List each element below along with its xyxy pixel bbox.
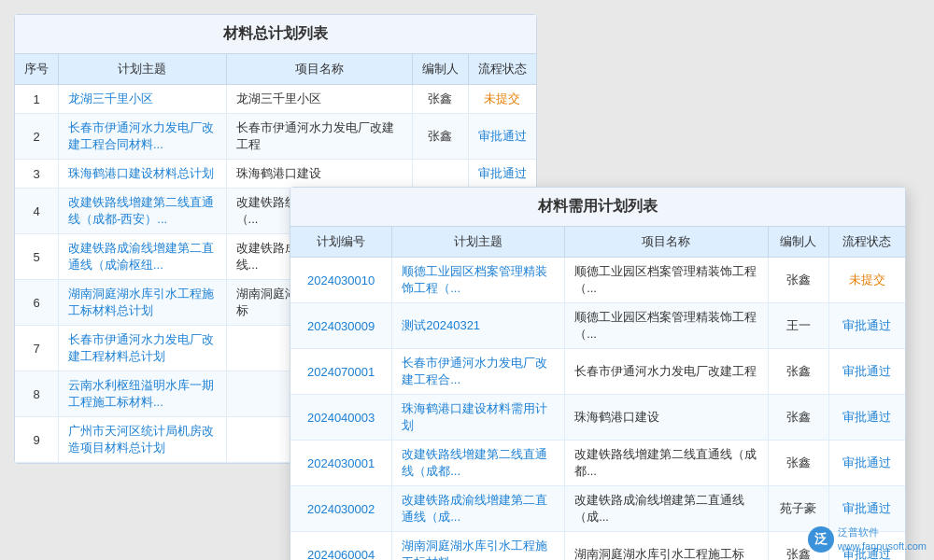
cell-editor: 张鑫 <box>412 114 468 160</box>
cell-project: 顺德工业园区档案管理精装饰工程（... <box>565 303 769 349</box>
cell-plan[interactable]: 湖南洞庭湖水库引水工程施工标材料... <box>392 532 565 561</box>
cell-code: 2024040003 <box>290 395 392 441</box>
cell-project: 珠海鹤港口建设 <box>226 160 412 189</box>
cell-editor: 苑子豪 <box>768 486 828 532</box>
cell-seq: 4 <box>15 189 59 234</box>
cell-status: 审批通过 <box>828 395 905 441</box>
th2-code: 计划编号 <box>290 227 392 258</box>
cell-status: 未提交 <box>828 258 905 303</box>
cell-status: 审批通过 <box>828 486 905 532</box>
cell-editor: 张鑫 <box>768 395 828 441</box>
cell-code: 2024030010 <box>290 258 392 303</box>
watermark: 泛 泛普软件 www.fanpusoft.com <box>808 525 927 553</box>
demand-plan-table: 材料需用计划列表 计划编号 计划主题 项目名称 编制人 流程状态 2024030… <box>290 187 906 560</box>
th-plan: 计划主题 <box>59 54 227 85</box>
table-row[interactable]: 3珠海鹤港口建设材料总计划珠海鹤港口建设审批通过 <box>15 160 536 189</box>
cell-status: 审批通过 <box>828 349 905 395</box>
table-row[interactable]: 2024070001长春市伊通河水力发电厂改建工程合...长春市伊通河水力发电厂… <box>290 349 905 395</box>
th-seq: 序号 <box>15 54 59 85</box>
cell-seq: 9 <box>15 417 59 463</box>
cell-project: 长春市伊通河水力发电厂改建工程 <box>226 114 412 160</box>
table-row[interactable]: 2024030010顺德工业园区档案管理精装饰工程（...顺德工业园区档案管理精… <box>290 258 905 303</box>
cell-code: 2024030002 <box>290 486 392 532</box>
th2-plan: 计划主题 <box>392 227 565 258</box>
cell-editor: 张鑫 <box>768 441 828 486</box>
total-plan-header-row: 序号 计划主题 项目名称 编制人 流程状态 <box>15 54 536 85</box>
cell-status: 审批通过 <box>828 303 905 349</box>
cell-seq: 6 <box>15 280 59 326</box>
cell-seq: 3 <box>15 160 59 189</box>
cell-project: 龙湖三千里小区 <box>226 85 412 114</box>
cell-plan[interactable]: 改建铁路线增建第二线直通线（成都-西安）... <box>59 189 227 234</box>
cell-seq: 5 <box>15 234 59 280</box>
table-row[interactable]: 2024030009测试20240321顺德工业园区档案管理精装饰工程（...王… <box>290 303 905 349</box>
table-row[interactable]: 1龙湖三千里小区龙湖三千里小区张鑫未提交 <box>15 85 536 114</box>
table-row[interactable]: 2024030001改建铁路线增建第二线直通线（成都...改建铁路线增建第二线直… <box>290 441 905 486</box>
cell-status: 审批通过 <box>468 160 536 189</box>
cell-seq: 8 <box>15 371 59 417</box>
watermark-text: 泛普软件 www.fanpusoft.com <box>838 525 927 553</box>
cell-plan[interactable]: 湖南洞庭湖水库引水工程施工标材料总计划 <box>59 280 227 326</box>
cell-plan[interactable]: 龙湖三千里小区 <box>59 85 227 114</box>
th-editor: 编制人 <box>412 54 468 85</box>
cell-plan[interactable]: 广州市天河区统计局机房改造项目材料总计划 <box>59 417 227 463</box>
cell-editor: 张鑫 <box>768 349 828 395</box>
cell-project: 改建铁路线增建第二线直通线（成都... <box>565 441 769 486</box>
cell-plan[interactable]: 长春市伊通河水力发电厂改建工程合同材料... <box>59 114 227 160</box>
cell-seq: 2 <box>15 114 59 160</box>
cell-plan[interactable]: 改建铁路线增建第二线直通线（成都... <box>392 441 565 486</box>
cell-status: 审批通过 <box>828 441 905 486</box>
demand-plan-data-table: 计划编号 计划主题 项目名称 编制人 流程状态 2024030010顺德工业园区… <box>290 227 905 560</box>
cell-plan[interactable]: 长春市伊通河水力发电厂改建工程材料总计划 <box>59 326 227 371</box>
cell-plan[interactable]: 测试20240321 <box>392 303 565 349</box>
cell-project: 改建铁路成渝线增建第二直通线（成... <box>565 486 769 532</box>
cell-code: 2024030001 <box>290 441 392 486</box>
cell-editor <box>412 160 468 189</box>
watermark-logo: 泛 <box>808 526 834 553</box>
th2-editor: 编制人 <box>768 227 828 258</box>
cell-code: 2024030009 <box>290 303 392 349</box>
table-row[interactable]: 2024030002改建铁路成渝线增建第二直通线（成...改建铁路成渝线增建第二… <box>290 486 905 532</box>
watermark-url: www.fanpusoft.com <box>838 539 927 553</box>
cell-project: 湖南洞庭湖水库引水工程施工标 <box>565 532 769 561</box>
cell-plan[interactable]: 改建铁路成渝线增建第二直通线（成... <box>392 486 565 532</box>
cell-code: 2024070001 <box>290 349 392 395</box>
cell-status: 未提交 <box>468 85 536 114</box>
cell-seq: 1 <box>15 85 59 114</box>
cell-editor: 王一 <box>768 303 828 349</box>
cell-project: 顺德工业园区档案管理精装饰工程（... <box>565 258 769 303</box>
cell-plan[interactable]: 长春市伊通河水力发电厂改建工程合... <box>392 349 565 395</box>
demand-plan-header-row: 计划编号 计划主题 项目名称 编制人 流程状态 <box>290 227 905 258</box>
cell-status: 审批通过 <box>468 114 536 160</box>
th-status: 流程状态 <box>468 54 536 85</box>
watermark-company: 泛普软件 <box>838 525 927 539</box>
th2-status: 流程状态 <box>828 227 905 258</box>
cell-project: 珠海鹤港口建设 <box>565 395 769 441</box>
table-row[interactable]: 2024040003珠海鹤港口建设材料需用计划珠海鹤港口建设张鑫审批通过 <box>290 395 905 441</box>
cell-editor: 张鑫 <box>768 258 828 303</box>
cell-code: 2024060004 <box>290 532 392 561</box>
cell-project: 长春市伊通河水力发电厂改建工程 <box>565 349 769 395</box>
table-row[interactable]: 2长春市伊通河水力发电厂改建工程合同材料...长春市伊通河水力发电厂改建工程张鑫… <box>15 114 536 160</box>
cell-plan[interactable]: 珠海鹤港口建设材料总计划 <box>59 160 227 189</box>
cell-plan[interactable]: 改建铁路成渝线增建第二直通线（成渝枢纽... <box>59 234 227 280</box>
cell-plan[interactable]: 珠海鹤港口建设材料需用计划 <box>392 395 565 441</box>
demand-plan-title: 材料需用计划列表 <box>290 188 905 227</box>
cell-editor: 张鑫 <box>412 85 468 114</box>
cell-plan[interactable]: 顺德工业园区档案管理精装饰工程（... <box>392 258 565 303</box>
cell-plan[interactable]: 云南水利枢纽溢明水库一期工程施工标材料... <box>59 371 227 417</box>
th-project: 项目名称 <box>226 54 412 85</box>
total-plan-title: 材料总计划列表 <box>15 15 536 54</box>
cell-seq: 7 <box>15 326 59 371</box>
th2-project: 项目名称 <box>565 227 769 258</box>
